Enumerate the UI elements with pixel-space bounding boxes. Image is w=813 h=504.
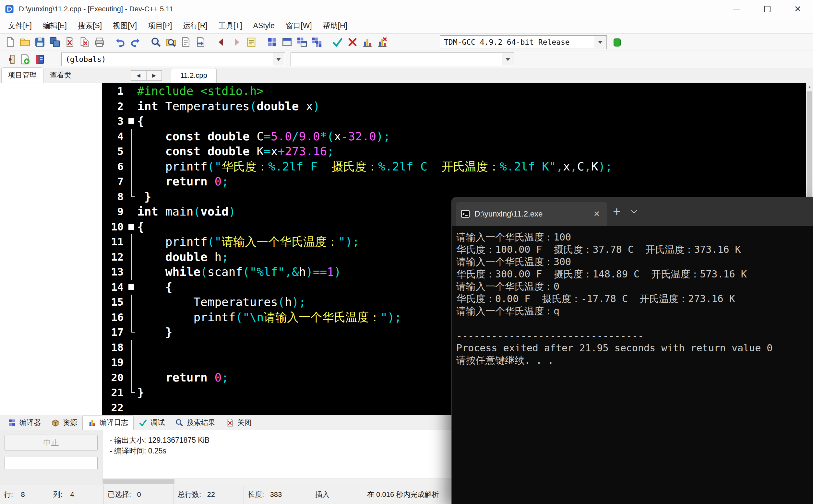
code-line[interactable]: 4 const double C=5.0/9.0*(x-32.0); — [102, 129, 806, 144]
code-token: ; — [221, 175, 229, 188]
tab-compile-log[interactable]: 编译日志 — [82, 415, 134, 430]
tab-close-icon — [226, 418, 234, 427]
undo-icon — [115, 37, 126, 48]
menu-item-astyle[interactable]: AStyle — [248, 18, 280, 33]
minimize-button[interactable] — [722, 0, 752, 18]
menu-item-run[interactable]: 运行[R] — [177, 18, 213, 33]
tab-compile-log-icon — [88, 418, 96, 427]
replace-button[interactable] — [178, 35, 193, 50]
compiler-select[interactable]: TDM-GCC 4.9.2 64-bit Release — [440, 35, 607, 49]
class-browser-button[interactable] — [32, 52, 47, 67]
fold-marker[interactable] — [128, 224, 134, 230]
menu-item-view[interactable]: 视图[V] — [107, 18, 142, 33]
code-line[interactable]: 3{ — [102, 114, 806, 129]
code-line[interactable]: 5 const double K=x+273.16; — [102, 144, 806, 159]
code-line[interactable]: 7 return 0; — [102, 174, 806, 189]
rebuild-all-button[interactable] — [309, 35, 324, 50]
status-segment: 列: 4 — [49, 485, 104, 504]
save-button[interactable] — [32, 35, 47, 50]
tab-close[interactable]: 关闭 — [220, 416, 257, 430]
menu-item-help[interactable]: 帮助[H] — [317, 18, 353, 33]
menu-item-file[interactable]: 文件[F] — [3, 18, 37, 33]
title-bar: D:\yunxing\11.2.cpp - [Executing] - Dev-… — [0, 0, 813, 18]
globals-select[interactable]: (globals) — [61, 53, 285, 66]
goto-line-button[interactable] — [193, 35, 208, 50]
stop-execution-button[interactable] — [345, 35, 360, 50]
debug-button[interactable] — [330, 35, 345, 50]
open-file-button[interactable] — [3, 52, 18, 67]
menu-item-project[interactable]: 项目[P] — [142, 18, 177, 33]
tab-project-manager[interactable]: 项目管理 — [1, 67, 43, 83]
fold-marker[interactable] — [128, 118, 134, 124]
code-line[interactable]: 6 printf("华氏度：%.2lf F 摄氏度：%.2lf C 开氏温度：%… — [102, 159, 806, 174]
tab-scroll-left-button[interactable]: ◀ — [131, 70, 146, 81]
menu-item-edit[interactable]: 编辑[E] — [37, 18, 72, 33]
find-button[interactable] — [148, 35, 163, 50]
console-output[interactable]: 请输入一个华氏温度：100华氏度：100.00 F 摄氏度：37.78 C 开氏… — [452, 226, 813, 372]
code-token: ; — [327, 145, 334, 158]
forward-button[interactable] — [229, 35, 244, 50]
project-manager-panel[interactable] — [0, 83, 102, 415]
tab-compiler[interactable]: 编译器 — [3, 416, 46, 430]
tab-scroll-right-button[interactable]: ▶ — [146, 70, 162, 81]
code-token: 华氏度： — [221, 160, 268, 173]
code-token — [137, 130, 165, 143]
menu-item-window[interactable]: 窗口[W] — [280, 18, 317, 33]
open-button[interactable] — [18, 35, 32, 50]
code-token — [137, 265, 165, 278]
line-number: 11 — [102, 234, 125, 250]
tab-class-view[interactable]: 查看类 — [43, 68, 78, 83]
fold-marker[interactable] — [128, 284, 134, 290]
tab-search-results[interactable]: 搜索结果 — [170, 416, 220, 430]
abort-button[interactable]: 中止 — [5, 435, 98, 451]
console-line — [456, 317, 808, 330]
profile-analysis-button[interactable] — [360, 35, 375, 50]
line-number: 21 — [102, 385, 125, 400]
fold-margin — [125, 159, 137, 174]
print-button[interactable] — [92, 35, 107, 50]
code-line[interactable]: 1#include <stdio.h> — [102, 84, 806, 99]
add-to-project-button[interactable] — [18, 52, 32, 67]
code-token: 请输入一个华氏温度： — [221, 235, 338, 248]
compile-run-button[interactable] — [294, 35, 309, 50]
code-token: void — [200, 205, 229, 218]
save-all-button[interactable] — [47, 35, 62, 50]
code-token: x — [563, 160, 570, 173]
scrollbar-thumb[interactable] — [103, 479, 174, 484]
new-source-button[interactable] — [3, 35, 18, 50]
fold-margin — [125, 99, 137, 114]
tab-debug-icon — [139, 418, 147, 427]
members-select[interactable] — [290, 53, 514, 66]
code-line[interactable]: 2int Temperatures(double x) — [102, 99, 806, 114]
close-all-button[interactable] — [77, 35, 92, 50]
back-button[interactable] — [214, 35, 229, 50]
new-tab-button[interactable]: + — [607, 205, 626, 219]
run-button[interactable] — [279, 35, 294, 50]
tab-resources[interactable]: 资源 — [46, 416, 82, 430]
console-tab[interactable]: D:\yunxing\11.2.exe ✕ — [456, 202, 607, 226]
tab-dropdown-button[interactable] — [626, 197, 642, 226]
close-button[interactable]: ✕ — [783, 0, 813, 18]
globals-select-value: (globals) — [65, 55, 106, 64]
code-token: } — [137, 386, 144, 399]
code-token: x — [299, 100, 313, 113]
menu-item-search[interactable]: 搜索[S] — [72, 18, 107, 33]
green-button[interactable] — [610, 35, 625, 50]
delete-profiling-button[interactable] — [375, 35, 390, 50]
menu-item-tools[interactable]: 工具[T] — [213, 18, 248, 33]
line-number: 8 — [102, 189, 125, 205]
new-source-icon — [5, 37, 16, 48]
compile-button[interactable] — [265, 35, 279, 50]
tab-debug[interactable]: 调试 — [134, 416, 170, 430]
maximize-button[interactable] — [752, 0, 783, 18]
console-tab-close-button[interactable]: ✕ — [591, 208, 603, 220]
window-title: D:\yunxing\11.2.cpp - [Executing] - Dev-… — [19, 5, 173, 13]
toolbar-class-browser: (globals) — [0, 51, 813, 68]
editor-tab[interactable]: 11.2.cpp — [171, 68, 217, 83]
redo-button[interactable] — [128, 35, 143, 50]
find-in-files-button[interactable] — [163, 35, 178, 50]
close-file-button[interactable] — [62, 35, 77, 50]
console-title-bar: D:\yunxing\11.2.exe ✕ + — [452, 197, 813, 226]
todo-list-button[interactable] — [244, 35, 259, 50]
undo-button[interactable] — [113, 35, 128, 50]
